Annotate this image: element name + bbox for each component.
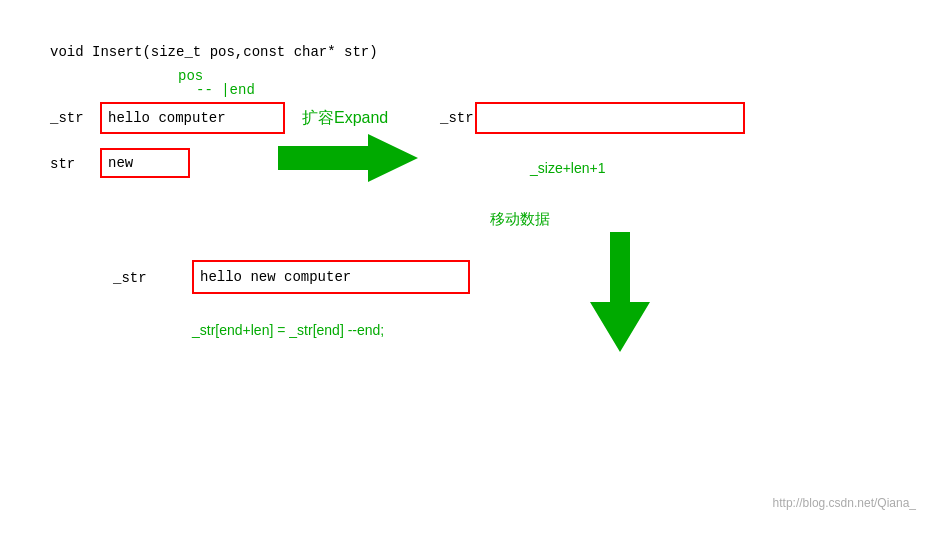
svg-marker-0 <box>278 134 418 182</box>
watermark: http://blog.csdn.net/Qiana_ <box>773 496 916 510</box>
formula-label: _str[end+len] = _str[end] --end; <box>192 322 384 338</box>
move-label: 移动数据 <box>490 210 550 229</box>
move-arrow-down <box>590 232 650 352</box>
svg-marker-1 <box>590 232 650 352</box>
expand-label: 扩容Expand <box>302 108 388 129</box>
size-label: _size+len+1 <box>530 160 606 176</box>
str-input-label: str <box>50 156 75 172</box>
function-signature: void Insert(size_t pos,const char* str) <box>50 44 378 60</box>
new-box: new <box>100 148 190 178</box>
str-result-label: _str <box>113 270 147 286</box>
hello-new-computer-box: hello new computer <box>192 260 470 294</box>
str-left-label: _str <box>50 110 84 126</box>
end-label: -- |end <box>196 82 255 98</box>
expand-arrow-right <box>278 128 418 188</box>
hello-computer-box: hello computer <box>100 102 285 134</box>
str-right-label: _str <box>440 110 474 126</box>
empty-box <box>475 102 745 134</box>
